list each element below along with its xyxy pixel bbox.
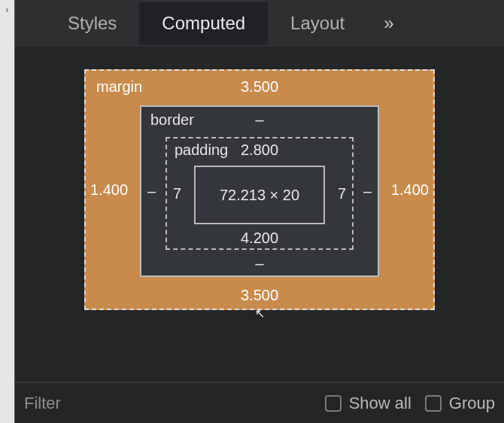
tab-styles[interactable]: Styles — [45, 2, 139, 44]
checkbox-icon — [425, 395, 442, 412]
padding-bottom-value[interactable]: 4.200 — [241, 230, 278, 247]
devtools-panel: Styles Computed Layout » margin 3.500 1.… — [15, 0, 504, 423]
padding-label: padding — [175, 142, 228, 159]
tab-computed[interactable]: Computed — [139, 2, 268, 44]
group-checkbox[interactable]: Group — [425, 394, 495, 413]
show-all-label: Show all — [349, 394, 411, 413]
content-dimensions: 72.213 × 20 — [220, 187, 299, 204]
padding-right-value[interactable]: 7 — [338, 185, 346, 202]
content-box[interactable]: 72.213 × 20 — [194, 166, 325, 224]
panel-tabs: Styles Computed Layout » — [15, 0, 504, 47]
margin-right-value[interactable]: 1.400 — [391, 181, 429, 199]
padding-box[interactable]: padding 2.800 7 4.200 7 72.213 × 20 — [165, 137, 354, 250]
border-box[interactable]: border – – – – padding 2.800 7 4.200 7 7… — [140, 105, 379, 277]
margin-label: margin — [96, 78, 142, 96]
gutter-chevron-icon: › — [6, 5, 9, 15]
group-label: Group — [449, 394, 495, 413]
margin-top-value[interactable]: 3.500 — [241, 78, 278, 96]
border-top-value[interactable]: – — [255, 111, 263, 129]
cursor-icon: ↖ — [255, 306, 265, 321]
border-left-value[interactable]: – — [147, 183, 156, 200]
margin-box[interactable]: margin 3.500 1.400 3.500 1.400 border – … — [84, 69, 435, 310]
editor-gutter: › — [0, 0, 15, 423]
checkbox-icon — [325, 395, 342, 412]
padding-left-value[interactable]: 7 — [173, 185, 181, 202]
tab-layout[interactable]: Layout — [268, 2, 367, 44]
margin-left-value[interactable]: 1.400 — [90, 181, 128, 199]
box-model-area: margin 3.500 1.400 3.500 1.400 border – … — [15, 47, 504, 382]
border-right-value[interactable]: – — [363, 183, 372, 200]
filter-bar: Filter Show all Group — [15, 382, 504, 423]
border-bottom-value[interactable]: – — [255, 255, 263, 272]
padding-top-value[interactable]: 2.800 — [241, 142, 278, 159]
filter-input[interactable]: Filter — [24, 394, 311, 413]
show-all-checkbox[interactable]: Show all — [325, 394, 411, 413]
tab-overflow-icon[interactable]: » — [367, 2, 410, 44]
margin-bottom-value[interactable]: 3.500 — [241, 287, 278, 304]
border-label: border — [150, 111, 194, 129]
